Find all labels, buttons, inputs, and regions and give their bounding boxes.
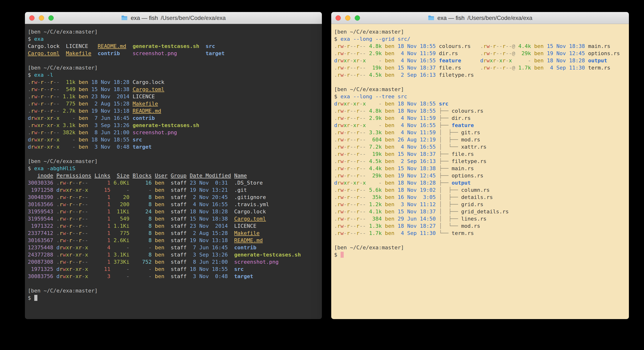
- text-segment: ben: [155, 194, 164, 200]
- permission-char: -: [506, 58, 508, 64]
- text-segment: [88, 273, 95, 279]
- text-segment: staff: [171, 266, 186, 272]
- titlebar[interactable]: exa — fish /Users/ben/Code/exa/exa: [25, 12, 322, 24]
- permission-char: .: [334, 166, 337, 172]
- text-segment: [152, 223, 155, 229]
- close-button[interactable]: [336, 15, 341, 20]
- permission-char: -: [85, 194, 88, 200]
- minimize-button[interactable]: [345, 15, 350, 20]
- permission-char: r: [484, 65, 486, 71]
- permission-char: x: [353, 101, 356, 107]
- text-segment: [53, 230, 56, 236]
- text-segment: [130, 101, 132, 107]
- permission-char: -: [344, 115, 347, 121]
- text-segment: staff: [171, 201, 186, 207]
- text-segment: [130, 252, 132, 258]
- text-segment: [228, 194, 234, 200]
- terminal-output[interactable]: [ben ~/C/e/exa:master]$ exa --long --gri…: [331, 24, 629, 319]
- permission-char: -: [353, 144, 356, 150]
- permission-char: w: [486, 43, 490, 49]
- text-segment: staff: [171, 208, 186, 214]
- permission-char: r: [60, 208, 62, 214]
- text-segment: [60, 101, 63, 107]
- permission-char: -: [350, 230, 353, 236]
- text-segment: [436, 180, 439, 186]
- text-segment: │ └──: [439, 144, 461, 150]
- permission-char: r: [337, 223, 340, 229]
- text-segment: [382, 208, 385, 214]
- text-segment: [436, 58, 439, 64]
- terminal-line: .rwxr-xr-x 3.1k ben 3 Sep 13:26 generate…: [28, 122, 319, 129]
- permission-char: r: [31, 137, 34, 143]
- text-segment: [53, 216, 56, 222]
- text-segment: -: [63, 137, 76, 143]
- minimize-button[interactable]: [39, 15, 44, 20]
- text-segment: [130, 108, 132, 114]
- text-segment: 3 Nov 0:48: [91, 144, 130, 150]
- permission-char: r: [69, 187, 72, 193]
- permission-char: -: [85, 208, 88, 214]
- permission-char: r: [502, 50, 506, 56]
- terminal-line: [ben ~/C/e/exa:master]: [334, 28, 626, 36]
- permission-char: w: [340, 137, 344, 143]
- text-segment: 4 Nov 11:59: [398, 130, 436, 136]
- permission-char: -: [72, 216, 75, 222]
- text-segment: 18 Nov 18:55: [190, 266, 228, 272]
- text-segment: [152, 180, 155, 186]
- permission-char: -: [85, 216, 88, 222]
- text-segment: [53, 244, 56, 250]
- zoom-button[interactable]: [355, 15, 360, 20]
- text-segment: generate-testcases.sh: [132, 43, 199, 49]
- text-segment: │ ├──: [439, 130, 461, 136]
- permission-char: -: [344, 158, 347, 164]
- text-segment: exa -l: [34, 72, 53, 78]
- permission-char: r: [337, 122, 340, 128]
- text-segment: [152, 273, 155, 279]
- permission-char: -: [53, 130, 56, 136]
- permission-char: w: [340, 172, 344, 178]
- permission-char: -: [360, 151, 362, 157]
- terminal-line: .rw-r--r-- 2.9k ben 4 Nov 11:59 dir.rs .…: [334, 50, 626, 57]
- terminal-output[interactable]: [ben ~/C/e/exa:master]$ exaCargo.lock LI…: [25, 24, 322, 319]
- permission-char: r: [347, 58, 350, 64]
- desktop-background: exa — fish /Users/ben/Code/exa/exa [ben …: [0, 0, 644, 350]
- permission-char: r: [69, 201, 72, 207]
- titlebar[interactable]: exa — fish /Users/ben/Code/exa/exa: [331, 12, 629, 24]
- text-segment: [512, 58, 518, 64]
- zoom-button[interactable]: [48, 15, 54, 20]
- text-segment: 19 Nov 13:18: [190, 237, 228, 243]
- terminal-line: .rw-r--r-- 19k ben 15 Nov 18:37 file.rs …: [334, 64, 626, 72]
- terminal-line: 12375448 drwxr-xr-x 4 - - ben staff 7 Ju…: [28, 244, 319, 251]
- text-segment: 8: [132, 216, 152, 222]
- text-segment: output: [452, 180, 470, 186]
- terminal-line: drwxr-xr-x - ben 18 Nov 18:55 src: [334, 100, 626, 108]
- permission-char: -: [350, 172, 353, 178]
- text-segment: exa --long --grid src/: [340, 36, 410, 42]
- text-segment: [88, 94, 91, 100]
- text-segment: [53, 172, 56, 178]
- text-segment: ben: [78, 137, 88, 143]
- permission-char: -: [53, 94, 56, 100]
- terminal-line: 31959544 .rw-r--r-- 1 549 8 ben staff 15…: [28, 215, 319, 222]
- text-segment: [130, 79, 132, 85]
- text-segment: ben: [385, 72, 394, 78]
- permission-char: x: [85, 273, 88, 279]
- text-segment: Name: [234, 172, 247, 178]
- terminal-line: inode Permissions Links Size Blocks User…: [28, 172, 319, 179]
- permission-char: r: [356, 201, 360, 207]
- text-segment: [382, 151, 385, 157]
- text-segment: [130, 216, 132, 222]
- permission-char: -: [350, 151, 353, 157]
- permission-char: -: [509, 50, 512, 56]
- permission-char: -: [38, 79, 40, 85]
- close-button[interactable]: [29, 15, 34, 20]
- text-segment: ben: [534, 58, 544, 64]
- permission-char: w: [34, 137, 38, 143]
- permission-char: w: [63, 259, 66, 265]
- text-segment: options.rs: [452, 172, 483, 178]
- text-segment: 4 Nov 11:59: [398, 50, 436, 56]
- text-segment: [88, 115, 91, 121]
- terminal-line: 30163566 .rw-r--r-- 1 200 8 ben staff 4 …: [28, 201, 319, 208]
- text-segment: [394, 166, 398, 172]
- permission-char: r: [356, 166, 360, 172]
